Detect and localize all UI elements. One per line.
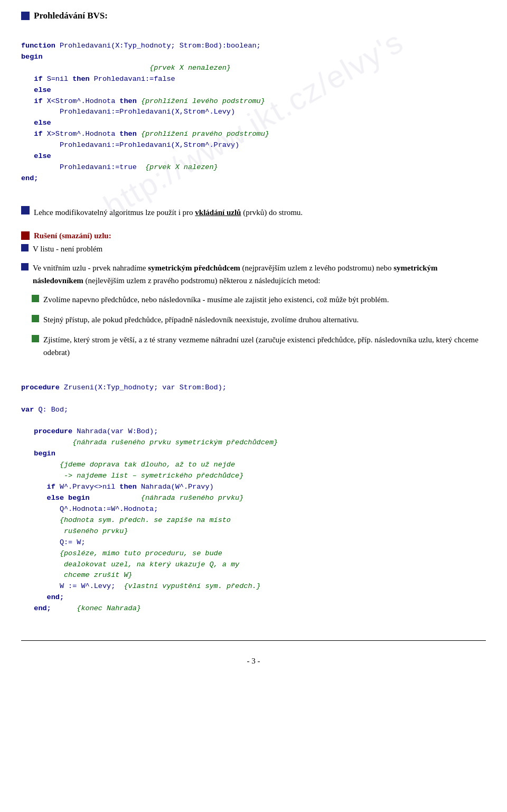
code-comment-hodnota-2: rušeného prvku} xyxy=(21,527,128,535)
code-line-else1: else xyxy=(21,86,51,94)
green-item-1: Zvolíme napevno předchůdce, nebo následo… xyxy=(32,293,486,310)
green-square-3-icon xyxy=(32,335,39,342)
code-block-2: procedure Zruseni(X:Typ_hodnoty; var Str… xyxy=(21,371,486,626)
green-item-3: Zjistíme, který strom je větší, a z té s… xyxy=(32,333,486,363)
ruseni-heading: Rušení (smazání) uzlu: xyxy=(34,231,111,240)
blue-square-icon xyxy=(21,12,30,20)
blue-square-vlist-icon xyxy=(21,244,29,251)
green-item-2-text: Stejný přístup, ale pokud předchůdce, př… xyxy=(43,313,359,326)
code-line-end1: end; xyxy=(21,174,38,182)
blue-square-vnitrem-icon xyxy=(21,263,29,270)
modifikace-block: Lehce modifikovatelný algoritmus lze pou… xyxy=(21,206,486,223)
code-comment-hodnota-1: {hodnota sym. předch. se zapíše na místo xyxy=(21,516,231,524)
code-line-else2: else xyxy=(21,119,51,127)
code-line-call1: Prohledavani:=Prohledavani(X,Strom^.Levy… xyxy=(21,108,235,116)
code-else-begin: else begin {náhrada rušeného prvku} xyxy=(21,494,243,502)
code-comment-doprava-1: {jdeme doprava tak dlouho, až to už nejd… xyxy=(21,461,235,469)
code-end-else: end; xyxy=(21,593,64,601)
code-begin-nahrada: begin xyxy=(21,450,55,458)
code-line-true: Prohledavani:=true {prvek X nalezen} xyxy=(21,163,218,171)
page-title: Prohledávání BVS: xyxy=(34,11,108,21)
code-comment-poslez-3: chceme zrušit W} xyxy=(21,571,133,579)
code-end-nahrada: end; {konec Nahrada} xyxy=(21,604,141,612)
code-procedure-zruseni: procedure Zruseni(X:Typ_hodnoty; var Str… xyxy=(21,384,227,391)
code-w-assign: W := W^.Levy; {vlastní vypuštění sym. př… xyxy=(21,582,261,590)
green-item-1-text: Zvolíme napevno předchůdce, nebo následo… xyxy=(43,293,389,306)
green-square-1-icon xyxy=(32,295,39,302)
modifikace-text: Lehce modifikovatelný algoritmus lze pou… xyxy=(34,206,303,219)
code-line-begin: begin xyxy=(21,53,43,61)
code-line-if2: if X<Strom^.Hodnota then {prohlížení lev… xyxy=(21,97,265,105)
code-comment-poslez-2: dealokovat uzel, na který ukazuje Q, a m… xyxy=(21,561,239,568)
green-item-2: Stejný přístup, ale pokud předchůdce, př… xyxy=(32,313,486,330)
page-content: Prohledávání BVS: function Prohledavani(… xyxy=(21,11,486,666)
code-line-function: function Prohledavani(X:Typ_hodnoty; Str… xyxy=(21,42,261,50)
code-procedure-nahrada: procedure Nahrada(var W:Bod); xyxy=(21,427,158,435)
green-square-2-icon xyxy=(32,315,39,322)
page-divider xyxy=(21,640,486,641)
vlist-item: V listu - není problém xyxy=(21,242,486,259)
code-block-1: function Prohledavani(X:Typ_hodnoty; Str… xyxy=(21,30,486,195)
code-q-assign: Q:= W; xyxy=(21,538,86,546)
code-line-if1: if S=nil then Prohledavani:=false xyxy=(21,75,175,83)
code-line-comment1: {prvek X nenalezen} xyxy=(21,64,231,72)
page-number: - 3 - xyxy=(21,657,486,666)
blue-square-modifikace-icon xyxy=(21,206,30,214)
code-var-q: var Q: Bod; xyxy=(21,406,68,414)
blue-square-ruseni-icon xyxy=(21,231,30,240)
vnitrem-item: Ve vnitřním uzlu - prvek nahradíme symet… xyxy=(21,262,486,291)
section-heading: Prohledávání BVS: xyxy=(21,11,486,21)
code-comment-nahrada: {náhrada rušeného prvku symetrickým před… xyxy=(21,438,278,446)
code-line-if3: if X>Strom^.Hodnota then {prohlížení pra… xyxy=(21,130,269,138)
code-line-else3: else xyxy=(21,152,51,160)
green-item-3-text: Zjistíme, který strom je větší, a z té s… xyxy=(43,333,486,359)
ruseni-heading-block: Rušení (smazání) uzlu: xyxy=(21,231,486,240)
code-q-hodnota: Q^.Hodnota:=W^.Hodnota; xyxy=(21,505,158,513)
vlist-text: V listu - není problém xyxy=(33,242,102,255)
vnitrem-text: Ve vnitřním uzlu - prvek nahradíme symet… xyxy=(33,262,486,287)
code-comment-doprava-2: -> najdeme list – symetrického předchůdc… xyxy=(21,472,243,480)
code-if-pravy: if W^.Pravy<>nil then Nahrada(W^.Pravy) xyxy=(21,483,214,491)
code-line-call2: Prohledavani:=Prohledavani(X,Strom^.Prav… xyxy=(21,141,239,149)
code-comment-poslez-1: {posléze, mimo tuto proceduru, se bude xyxy=(21,549,222,557)
